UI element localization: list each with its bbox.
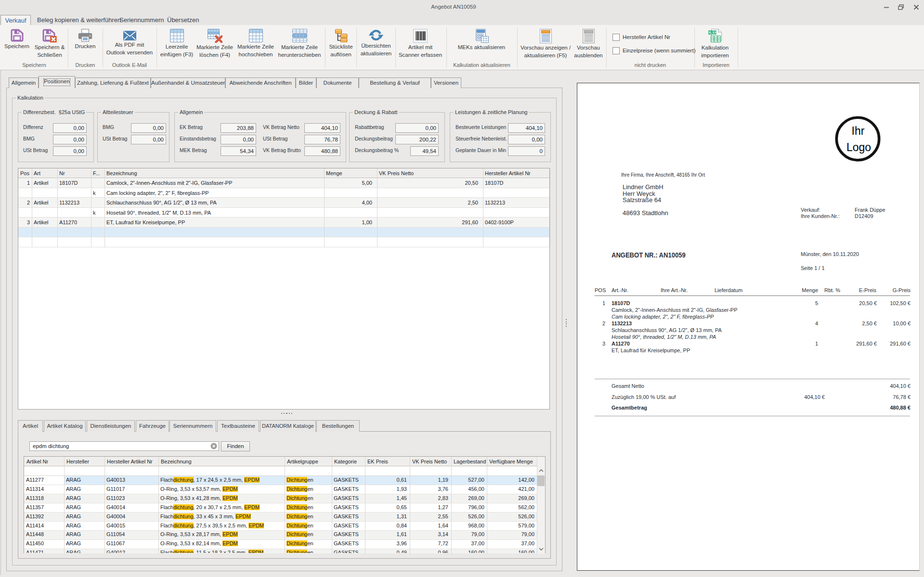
svg-text:Ihr: Ihr (852, 125, 865, 137)
svg-text:XLSX: XLSX (708, 31, 717, 34)
svg-text:Logo: Logo (846, 141, 871, 154)
